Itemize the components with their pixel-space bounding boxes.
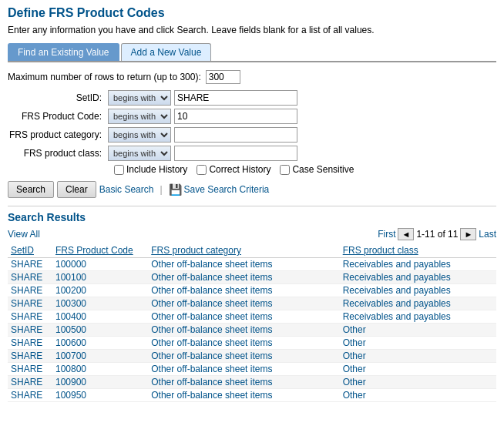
class-link[interactable]: Other bbox=[343, 337, 366, 348]
correct-history-checkbox[interactable] bbox=[197, 165, 207, 175]
code-link[interactable]: 100500 bbox=[55, 324, 86, 335]
class-link[interactable]: Other bbox=[343, 377, 366, 387]
setid-link[interactable]: SHARE bbox=[11, 285, 42, 296]
pagination: First ◄ 1-11 of 11 ► Last bbox=[378, 228, 496, 240]
setid-link[interactable]: SHARE bbox=[11, 272, 42, 283]
class-link[interactable]: Receivables and payables bbox=[343, 298, 451, 309]
class-link[interactable]: Other bbox=[343, 364, 366, 374]
table-row: SHARE 100200 Other off-balance sheet ite… bbox=[8, 284, 496, 297]
setid-link[interactable]: SHARE bbox=[11, 298, 42, 309]
code-link[interactable]: 100300 bbox=[55, 298, 86, 309]
category-link[interactable]: Other off-balance sheet items bbox=[151, 377, 272, 387]
cell-code: 100600 bbox=[52, 337, 148, 350]
col-header-code[interactable]: FRS Product Code bbox=[52, 243, 148, 258]
cell-setid: SHARE bbox=[8, 284, 52, 297]
page-container: Define FRS Product Codes Enter any infor… bbox=[0, 0, 504, 408]
code-link[interactable]: 100400 bbox=[55, 311, 86, 322]
tab-find-existing[interactable]: Find an Existing Value bbox=[8, 43, 119, 61]
col-header-category[interactable]: FRS product category bbox=[148, 243, 339, 258]
case-sensitive-label: Case Sensitive bbox=[280, 164, 354, 175]
table-header-row: SetID FRS Product Code FRS product categ… bbox=[8, 243, 496, 258]
cell-setid: SHARE bbox=[8, 337, 52, 350]
category-link[interactable]: Other off-balance sheet items bbox=[151, 272, 272, 283]
class-link[interactable]: Receivables and payables bbox=[343, 285, 451, 296]
category-link[interactable]: Other off-balance sheet items bbox=[151, 324, 272, 335]
setid-input[interactable] bbox=[174, 90, 297, 106]
cell-category: Other off-balance sheet items bbox=[148, 389, 339, 402]
setid-label: SetID: bbox=[8, 92, 108, 103]
category-link[interactable]: Other off-balance sheet items bbox=[151, 337, 272, 348]
code-link[interactable]: 100700 bbox=[55, 351, 86, 361]
product-category-input[interactable] bbox=[174, 127, 297, 143]
tab-add-new[interactable]: Add a New Value bbox=[121, 43, 212, 61]
cell-category: Other off-balance sheet items bbox=[148, 258, 339, 271]
results-controls: View All First ◄ 1-11 of 11 ► Last bbox=[8, 228, 496, 240]
product-category-operator-select[interactable]: begins with contains = not = ends with bbox=[108, 127, 171, 143]
code-link[interactable]: 100800 bbox=[55, 364, 86, 374]
class-link[interactable]: Other bbox=[343, 390, 366, 401]
col-header-class[interactable]: FRS product class bbox=[340, 243, 496, 258]
code-link[interactable]: 100100 bbox=[55, 272, 86, 283]
case-sensitive-checkbox[interactable] bbox=[280, 165, 290, 175]
cell-code: 100300 bbox=[52, 297, 148, 310]
basic-search-link[interactable]: Basic Search bbox=[99, 184, 154, 195]
class-link[interactable]: Receivables and payables bbox=[343, 259, 451, 270]
product-class-input[interactable] bbox=[174, 146, 297, 161]
pagination-next[interactable]: ► bbox=[460, 228, 476, 240]
category-link[interactable]: Other off-balance sheet items bbox=[151, 285, 272, 296]
cell-setid: SHARE bbox=[8, 271, 52, 284]
category-link[interactable]: Other off-balance sheet items bbox=[151, 259, 272, 270]
setid-link[interactable]: SHARE bbox=[11, 364, 42, 374]
class-link[interactable]: Other bbox=[343, 351, 366, 361]
setid-link[interactable]: SHARE bbox=[11, 390, 42, 401]
code-link[interactable]: 100200 bbox=[55, 285, 86, 296]
max-rows-input[interactable] bbox=[206, 70, 240, 84]
code-link[interactable]: 100900 bbox=[55, 377, 86, 387]
product-class-operator-select[interactable]: begins with contains = not = ends with bbox=[108, 146, 171, 161]
cell-setid: SHARE bbox=[8, 376, 52, 389]
code-link[interactable]: 100950 bbox=[55, 390, 86, 401]
product-code-label: FRS Product Code: bbox=[8, 111, 108, 122]
product-category-value bbox=[174, 127, 297, 143]
search-results-title: Search Results bbox=[8, 211, 496, 223]
cell-class: Receivables and payables bbox=[340, 258, 496, 271]
table-row: SHARE 100400 Other off-balance sheet ite… bbox=[8, 310, 496, 324]
setid-link[interactable]: SHARE bbox=[11, 324, 42, 335]
setid-link[interactable]: SHARE bbox=[11, 337, 42, 348]
product-code-operator-select[interactable]: begins with contains = not = ends with bbox=[108, 109, 171, 124]
cell-setid: SHARE bbox=[8, 310, 52, 324]
search-button[interactable]: Search bbox=[8, 181, 54, 198]
category-link[interactable]: Other off-balance sheet items bbox=[151, 298, 272, 309]
setid-link[interactable]: SHARE bbox=[11, 311, 42, 322]
col-header-setid[interactable]: SetID bbox=[8, 243, 52, 258]
clear-button[interactable]: Clear bbox=[57, 181, 96, 198]
product-code-input[interactable] bbox=[174, 109, 297, 124]
class-link[interactable]: Other bbox=[343, 324, 366, 335]
include-history-checkbox[interactable] bbox=[114, 165, 124, 175]
pagination-first[interactable]: First bbox=[378, 229, 395, 240]
cell-category: Other off-balance sheet items bbox=[148, 337, 339, 350]
code-link[interactable]: 100000 bbox=[55, 259, 86, 270]
page-description: Enter any information you have and click… bbox=[8, 25, 496, 35]
category-link[interactable]: Other off-balance sheet items bbox=[151, 390, 272, 401]
save-search-criteria-link[interactable]: Save Search Criteria bbox=[184, 184, 270, 195]
cell-category: Other off-balance sheet items bbox=[148, 310, 339, 324]
field-row-product-code: FRS Product Code: begins with contains =… bbox=[8, 109, 496, 124]
view-all-link[interactable]: View All bbox=[8, 229, 40, 240]
cell-category: Other off-balance sheet items bbox=[148, 271, 339, 284]
results-table: SetID FRS Product Code FRS product categ… bbox=[8, 243, 496, 402]
setid-link[interactable]: SHARE bbox=[11, 377, 42, 387]
code-link[interactable]: 100600 bbox=[55, 337, 86, 348]
setid-link[interactable]: SHARE bbox=[11, 259, 42, 270]
cell-class: Other bbox=[340, 389, 496, 402]
pagination-last[interactable]: Last bbox=[479, 229, 496, 240]
setid-link[interactable]: SHARE bbox=[11, 351, 42, 361]
category-link[interactable]: Other off-balance sheet items bbox=[151, 311, 272, 322]
class-link[interactable]: Receivables and payables bbox=[343, 272, 451, 283]
pagination-prev[interactable]: ◄ bbox=[398, 228, 414, 240]
category-link[interactable]: Other off-balance sheet items bbox=[151, 364, 272, 374]
save-icon: 💾 bbox=[169, 183, 182, 196]
category-link[interactable]: Other off-balance sheet items bbox=[151, 351, 272, 361]
setid-operator-select[interactable]: begins with contains = not = ends with bbox=[108, 90, 171, 106]
class-link[interactable]: Receivables and payables bbox=[343, 311, 451, 322]
